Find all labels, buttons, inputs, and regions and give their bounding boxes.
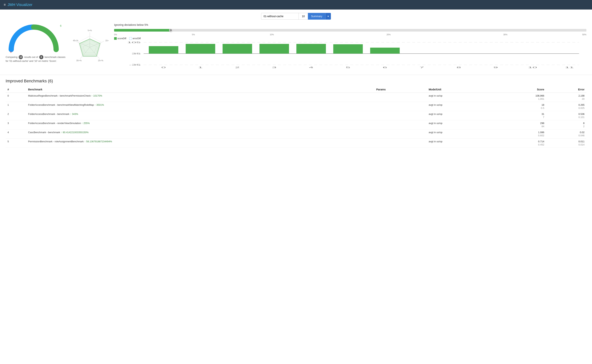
improved-benchmarks-title: Improved Benchmarks (6) bbox=[6, 79, 586, 84]
error-new: 0.02 bbox=[580, 131, 585, 134]
error-old: 0.046 bbox=[578, 134, 585, 137]
improve-arrow-icon: ↑ bbox=[61, 131, 62, 134]
improve-pct: 343% bbox=[72, 113, 78, 115]
cell-score: 0.714 0.452 bbox=[496, 139, 546, 148]
cell-num: 0 bbox=[6, 93, 26, 102]
svg-text:6: 6 bbox=[60, 24, 61, 27]
cell-score: 1.086 0.602 bbox=[496, 130, 546, 139]
gauge-label: Comparing 12 results out of 6 benchmark … bbox=[6, 55, 66, 63]
error-new: 8 bbox=[583, 122, 585, 124]
svg-text:35+%: 35+% bbox=[76, 59, 82, 62]
cell-score: 31 7 bbox=[496, 111, 546, 120]
score-diff-label: scoreDiff bbox=[117, 37, 126, 40]
svg-text:15+%: 15+% bbox=[105, 39, 108, 42]
svg-text:2: 2 bbox=[235, 66, 240, 69]
svg-text:4: 4 bbox=[309, 66, 313, 69]
cell-params bbox=[374, 120, 427, 130]
col-benchmark: Benchmark bbox=[26, 86, 374, 93]
cell-benchmark: FolderAccessBenchmark - benchmarkNewMatc… bbox=[26, 102, 374, 111]
score-old: 1,061 bbox=[538, 98, 544, 100]
error-old: 0.101 bbox=[578, 116, 585, 119]
score-new: 108,966 bbox=[536, 94, 544, 97]
improve-pct: 80.414221003350150% bbox=[63, 131, 88, 134]
cell-num: 5 bbox=[6, 139, 26, 148]
summary-label: Summary bbox=[311, 15, 322, 18]
svg-rect-29 bbox=[370, 48, 400, 54]
toolbar: Summary ▾ bbox=[0, 10, 592, 21]
svg-text:6: 6 bbox=[383, 66, 387, 69]
benchmark-input[interactable] bbox=[261, 13, 298, 20]
svg-text:45+%: 45+% bbox=[73, 39, 78, 42]
svg-text:5+%: 5+% bbox=[88, 29, 92, 32]
improve-pct: 3501% bbox=[96, 104, 104, 106]
chart-legend: scoreDiff errorDiff bbox=[114, 37, 586, 40]
table-row: 1 FolderAccessBenchmark - benchmarkNewMa… bbox=[6, 102, 586, 111]
cell-error: 0.265 0.025 bbox=[546, 102, 586, 111]
score-new: 1.086 bbox=[538, 131, 544, 134]
svg-rect-27 bbox=[296, 44, 326, 54]
improve-arrow-icon: ↑ bbox=[81, 122, 83, 124]
summary-button[interactable]: Summary bbox=[308, 13, 325, 20]
class-count-badge: 6 bbox=[39, 55, 43, 59]
svg-rect-28 bbox=[333, 44, 363, 54]
slider-labels: 0% 5% 10% 20% 30% 50% bbox=[114, 33, 586, 36]
cell-error: 2,198 20 bbox=[546, 93, 586, 102]
cell-num: 3 bbox=[6, 120, 26, 130]
chevron-down-icon: ▾ bbox=[328, 15, 329, 18]
summary-dropdown-button[interactable]: ▾ bbox=[325, 13, 331, 20]
svg-text:5: 5 bbox=[346, 66, 350, 69]
cell-score: 18 0.5 bbox=[496, 102, 546, 111]
cell-benchmark: MaliciousRegexBenchmark - benchmarkPermi… bbox=[26, 93, 374, 102]
svg-rect-23 bbox=[149, 46, 178, 54]
cell-mode: avgt in us/op bbox=[427, 93, 496, 102]
svg-text:8: 8 bbox=[456, 66, 461, 69]
cell-error: 8 2 bbox=[546, 120, 586, 130]
svg-rect-24 bbox=[186, 44, 215, 54]
score-new: 298 bbox=[540, 122, 544, 124]
app-title: JMH Visualizer bbox=[8, 3, 33, 7]
score-new: 18 bbox=[541, 104, 544, 106]
bar-chart: 105 35 -35 0 1 2 3 4 5 6 7 8 bbox=[114, 40, 586, 71]
cell-params bbox=[374, 130, 427, 139]
result-count-badge: 12 bbox=[19, 55, 23, 59]
svg-text:7: 7 bbox=[420, 66, 424, 69]
error-old: 2 bbox=[583, 125, 585, 128]
cell-mode: avgt in us/op bbox=[427, 111, 496, 120]
svg-text:1: 1 bbox=[198, 66, 203, 69]
table-row: 3 FolderAccessBenchmark - renderViewSimu… bbox=[6, 120, 586, 130]
col-mode: Mode/Unit bbox=[427, 86, 496, 93]
improve-pct: 58.136791887234494% bbox=[86, 140, 112, 143]
menu-icon[interactable]: ≡ bbox=[4, 3, 6, 7]
cell-mode: avgt in us/op bbox=[427, 139, 496, 148]
col-params: Params bbox=[374, 86, 427, 93]
svg-marker-11 bbox=[80, 39, 100, 56]
error-old: 0.014 bbox=[578, 143, 585, 146]
cell-benchmark: PermissionBenchmark - roleAssignmentBenc… bbox=[26, 139, 374, 148]
svg-text:3: 3 bbox=[272, 66, 276, 69]
legend-error-diff: errorDiff bbox=[129, 37, 141, 40]
score-new: 31 bbox=[541, 113, 544, 115]
gauge-chart: 6 6 0 bbox=[6, 23, 62, 53]
col-error: Error bbox=[546, 86, 586, 93]
deviation-section: Ignoring deviations below 5% 0% 5% 10% 2… bbox=[114, 23, 586, 71]
cell-params bbox=[374, 93, 427, 102]
score-new: 0.714 bbox=[538, 140, 544, 143]
svg-text:35: 35 bbox=[132, 52, 141, 55]
summary-area: 6 6 0 Comparing 12 results out of 6 benc… bbox=[0, 21, 592, 75]
score-old: 0.5 bbox=[541, 107, 544, 110]
svg-text:9: 9 bbox=[493, 66, 498, 69]
error-new: 2,198 bbox=[578, 94, 585, 97]
cell-mode: avgt in us/op bbox=[427, 120, 496, 130]
svg-text:105: 105 bbox=[127, 41, 141, 44]
radar-section: 5+% 15+% 25+% 35+% 45+% bbox=[69, 23, 110, 71]
error-old: 20 bbox=[582, 98, 585, 100]
score-old: 0.452 bbox=[538, 143, 544, 146]
cell-num: 1 bbox=[6, 102, 26, 111]
svg-text:-35: -35 bbox=[129, 64, 141, 66]
score-old: 84 bbox=[541, 125, 544, 128]
cell-mode: avgt in us/op bbox=[427, 102, 496, 111]
run-number-input[interactable] bbox=[298, 13, 308, 20]
cell-benchmark: FolderAccessBenchmark - benchmark ↑ 343% bbox=[26, 111, 374, 120]
score-diff-swatch bbox=[114, 37, 117, 40]
improve-arrow-icon: ↑ bbox=[94, 104, 96, 106]
